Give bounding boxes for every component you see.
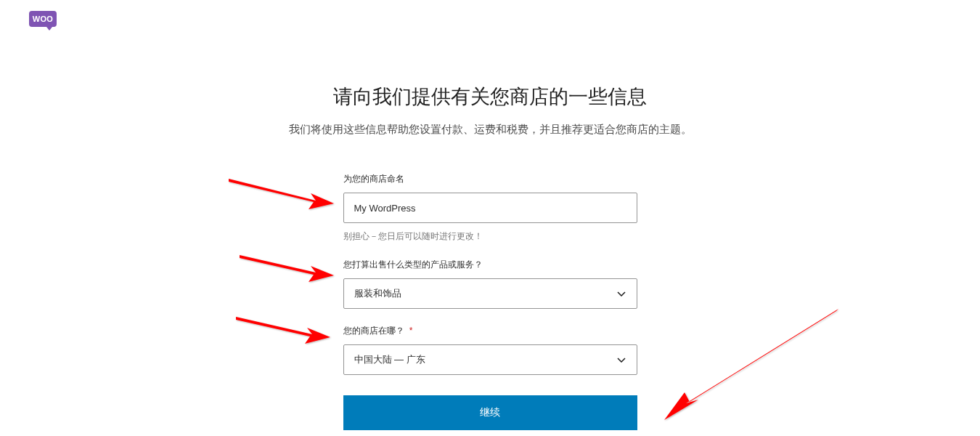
product-type-group: 您打算出售什么类型的产品或服务？ 服装和饰品 bbox=[343, 259, 637, 309]
logo-text: WOO bbox=[33, 15, 53, 23]
store-location-label-text: 您的商店在哪？ bbox=[343, 326, 404, 336]
form-container: 为您的商店命名 别担心－您日后可以随时进行更改！ 您打算出售什么类型的产品或服务… bbox=[343, 173, 637, 430]
store-name-label: 为您的商店命名 bbox=[343, 173, 637, 185]
page-subtitle: 我们将使用这些信息帮助您设置付款、运费和税费，并且推荐更适合您商店的主题。 bbox=[0, 123, 980, 137]
required-asterisk: * bbox=[409, 326, 413, 336]
store-name-input[interactable] bbox=[343, 193, 637, 223]
continue-button[interactable]: 继续 bbox=[343, 395, 637, 430]
product-type-value: 服装和饰品 bbox=[354, 287, 401, 300]
page-title: 请向我们提供有关您商店的一些信息 bbox=[0, 84, 980, 110]
store-location-group: 您的商店在哪？ * 中国大陆 — 广东 bbox=[343, 325, 637, 375]
woo-logo: WOO bbox=[29, 11, 57, 27]
store-location-label: 您的商店在哪？ * bbox=[343, 325, 637, 337]
product-type-select[interactable]: 服装和饰品 bbox=[343, 278, 637, 309]
main-content: 请向我们提供有关您商店的一些信息 我们将使用这些信息帮助您设置付款、运费和税费，… bbox=[0, 84, 980, 430]
store-name-group: 为您的商店命名 别担心－您日后可以随时进行更改！ bbox=[343, 173, 637, 243]
continue-button-label: 继续 bbox=[480, 406, 500, 419]
store-location-value: 中国大陆 — 广东 bbox=[354, 353, 425, 366]
product-type-label: 您打算出售什么类型的产品或服务？ bbox=[343, 259, 637, 271]
chevron-down-icon bbox=[616, 288, 626, 299]
store-location-select[interactable]: 中国大陆 — 广东 bbox=[343, 344, 637, 375]
chevron-down-icon bbox=[616, 355, 626, 365]
store-name-hint: 别担心－您日后可以随时进行更改！ bbox=[343, 230, 637, 243]
